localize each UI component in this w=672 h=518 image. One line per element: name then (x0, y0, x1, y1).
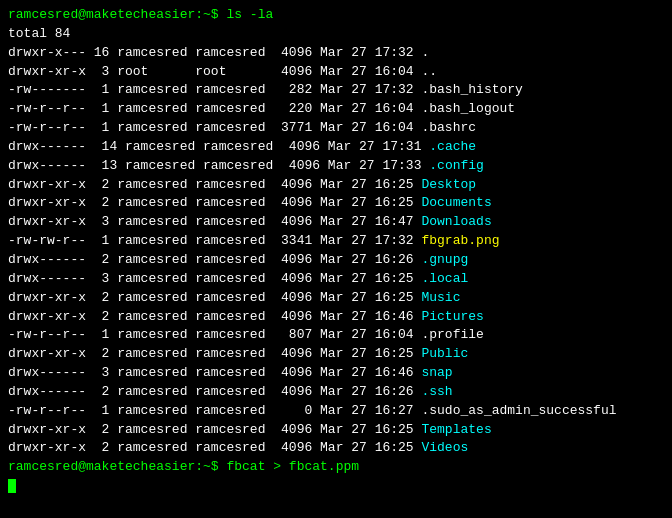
terminal-line: -rw-r--r-- 1 ramcesred ramcesred 807 Mar… (8, 326, 664, 345)
terminal-line: drwxr-xr-x 2 ramcesred ramcesred 4096 Ma… (8, 289, 664, 308)
terminal-window: ramcesred@maketecheasier:~$ ls -latotal … (0, 0, 672, 518)
terminal-line: drwxr-xr-x 2 ramcesred ramcesred 4096 Ma… (8, 345, 664, 364)
terminal-line: -rw-r--r-- 1 ramcesred ramcesred 3771 Ma… (8, 119, 664, 138)
terminal-line: drwx------ 2 ramcesred ramcesred 4096 Ma… (8, 383, 664, 402)
terminal-line: ramcesred@maketecheasier:~$ fbcat > fbca… (8, 458, 664, 477)
terminal-line: drwxr-xr-x 3 root root 4096 Mar 27 16:04… (8, 63, 664, 82)
cursor (8, 479, 16, 493)
terminal-line: drwx------ 2 ramcesred ramcesred 4096 Ma… (8, 251, 664, 270)
terminal-line: drwxr-xr-x 3 ramcesred ramcesred 4096 Ma… (8, 213, 664, 232)
terminal-line: drwx------ 3 ramcesred ramcesred 4096 Ma… (8, 270, 664, 289)
terminal-line: -rw-r--r-- 1 ramcesred ramcesred 220 Mar… (8, 100, 664, 119)
terminal-line: drwxr-xr-x 2 ramcesred ramcesred 4096 Ma… (8, 176, 664, 195)
terminal-line: drwx------ 14 ramcesred ramcesred 4096 M… (8, 138, 664, 157)
terminal-line: -rw-rw-r-- 1 ramcesred ramcesred 3341 Ma… (8, 232, 664, 251)
terminal-line: drwxr-xr-x 2 ramcesred ramcesred 4096 Ma… (8, 308, 664, 327)
terminal-line: -rw------- 1 ramcesred ramcesred 282 Mar… (8, 81, 664, 100)
terminal-line: drwx------ 13 ramcesred ramcesred 4096 M… (8, 157, 664, 176)
terminal-line: drwxr-x--- 16 ramcesred ramcesred 4096 M… (8, 44, 664, 63)
terminal-line: ramcesred@maketecheasier:~$ ls -la (8, 6, 664, 25)
terminal-line: total 84 (8, 25, 664, 44)
terminal-line: drwxr-xr-x 2 ramcesred ramcesred 4096 Ma… (8, 421, 664, 440)
terminal-line: drwxr-xr-x 2 ramcesred ramcesred 4096 Ma… (8, 194, 664, 213)
terminal-line (8, 477, 664, 496)
terminal-line: drwxr-xr-x 2 ramcesred ramcesred 4096 Ma… (8, 439, 664, 458)
terminal-line: -rw-r--r-- 1 ramcesred ramcesred 0 Mar 2… (8, 402, 664, 421)
terminal-line: drwx------ 3 ramcesred ramcesred 4096 Ma… (8, 364, 664, 383)
